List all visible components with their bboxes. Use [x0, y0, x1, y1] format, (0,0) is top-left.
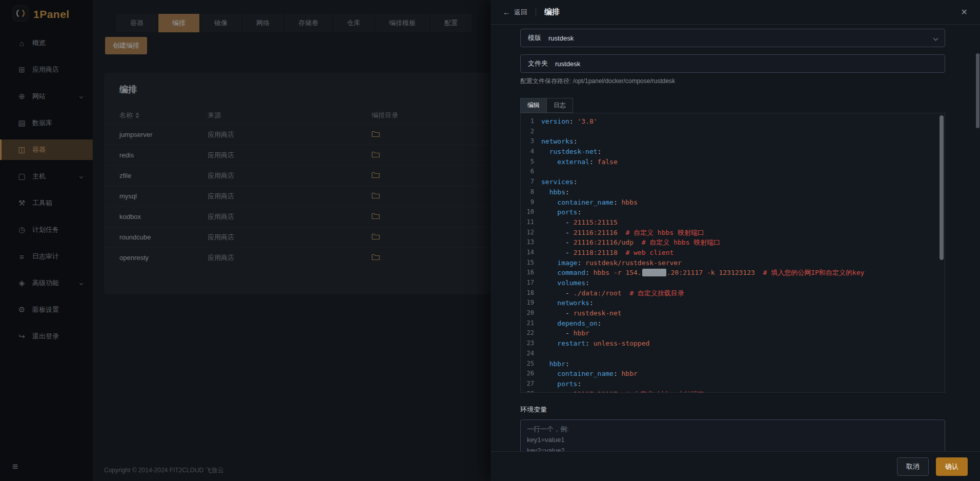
code-line: 1version: '3.8' — [521, 116, 945, 127]
drawer-scrollbar[interactable] — [976, 25, 979, 451]
line-content: hbbs: — [534, 187, 569, 197]
editor-scrollbar[interactable] — [940, 114, 944, 391]
code-token — [755, 269, 763, 276]
code-token: hbbs -r 154. — [594, 269, 642, 276]
code-token: hbbr — [622, 370, 638, 377]
code-token: : — [577, 380, 581, 388]
code-token: : — [565, 188, 569, 196]
code-token — [634, 238, 642, 246]
code-token: - — [541, 238, 574, 246]
close-icon[interactable]: ✕ — [961, 7, 968, 17]
back-button[interactable]: ← 返回 — [503, 8, 527, 17]
line-number: 3 — [521, 136, 534, 147]
line-content: external: false — [534, 157, 618, 167]
line-content: rustdesk-net: — [534, 147, 601, 157]
code-token — [618, 229, 626, 236]
line-content: container_name: hbbs — [534, 197, 638, 208]
code-line: 2 — [521, 127, 945, 137]
code-token: version — [541, 117, 569, 125]
drawer-footer: 取消 确认 — [491, 451, 980, 481]
code-line: 6 — [521, 167, 945, 177]
code-token: : — [565, 360, 569, 368]
code-token — [541, 198, 557, 206]
line-number: 27 — [521, 379, 534, 389]
code-token: external — [557, 158, 589, 166]
drawer-header: ← 返回 编排 ✕ — [491, 0, 980, 25]
code-token — [541, 259, 557, 267]
code-token: command — [557, 269, 585, 276]
line-number: 13 — [521, 237, 534, 248]
code-token: false — [598, 158, 618, 166]
code-token — [618, 390, 626, 393]
code-token: : — [589, 299, 594, 307]
line-number: 28 — [521, 389, 534, 393]
code-line: 11 - 21115:21115 — [521, 217, 945, 228]
code-token: # 自定义挂载目录 — [629, 289, 684, 297]
line-number: 22 — [521, 328, 534, 338]
line-content — [534, 167, 541, 177]
editor-scrollbar-thumb[interactable] — [940, 115, 944, 260]
code-line: 27 ports: — [521, 379, 945, 389]
redacted-ip: **.*** — [642, 269, 666, 276]
code-token: # web client — [625, 249, 673, 256]
line-content: container_name: hbbr — [534, 369, 638, 379]
code-token: : — [574, 178, 578, 186]
yaml-editor[interactable]: 1version: '3.8'23networks:4 rustdesk-net… — [520, 113, 945, 393]
line-content: - hbbr — [534, 328, 589, 338]
code-token: unless-stopped — [594, 339, 650, 347]
confirm-button[interactable]: 确认 — [936, 457, 968, 476]
line-number: 5 — [521, 157, 534, 167]
code-token: : — [585, 269, 594, 276]
code-line: 28 - 21117:21117 # 自定义 hbbr 中转端口 — [521, 389, 945, 393]
line-number: 15 — [521, 258, 534, 268]
code-line: 9 container_name: hbbs — [521, 197, 945, 208]
line-number: 4 — [521, 147, 534, 157]
code-token: hbbr — [549, 360, 565, 368]
env-placeholder-line: key2=value2 — [527, 445, 938, 451]
template-select[interactable]: 模版 rustdesk — [520, 29, 945, 47]
drawer-title: 编排 — [544, 7, 560, 17]
env-textarea[interactable]: 一行一个，例:key1=value1key2=value2 — [520, 419, 945, 451]
code-token: 21115:21115 — [574, 218, 618, 226]
line-content: networks: — [534, 136, 577, 147]
chevron-down-icon — [933, 35, 938, 41]
code-token: ports — [557, 208, 577, 216]
line-content: services: — [534, 177, 577, 187]
line-number: 8 — [521, 187, 534, 197]
folder-label: 文件夹 — [528, 59, 548, 68]
code-line: 19 networks: — [521, 298, 945, 308]
editor-tab-log[interactable]: 日志 — [546, 98, 573, 113]
env-placeholder-line: key1=value1 — [527, 434, 938, 445]
line-number: 19 — [521, 298, 534, 308]
line-number: 18 — [521, 288, 534, 298]
line-number: 25 — [521, 359, 534, 369]
header-divider — [536, 8, 536, 16]
code-line: 18 - ./data:/root # 自定义挂载目录 — [521, 288, 945, 298]
line-content: - 21116:21116/udp # 自定义 hbbs 映射端口 — [534, 237, 720, 248]
line-number: 26 — [521, 369, 534, 379]
code-line: 8 hbbs: — [521, 187, 945, 197]
code-token: restart — [557, 339, 585, 347]
code-token: image — [557, 259, 577, 267]
code-line: 21 depends_on: — [521, 318, 945, 329]
code-line: 17 volumes: — [521, 278, 945, 288]
cancel-button[interactable]: 取消 — [897, 457, 929, 476]
line-content: - 21117:21117 # 自定义 hbbr 中转端口 — [534, 389, 704, 393]
line-number: 16 — [521, 268, 534, 278]
code-token: 21117:21117 — [574, 390, 618, 393]
code-line: 3networks: — [521, 136, 945, 147]
line-content: - rustdesk-net — [534, 308, 622, 318]
line-content: ports: — [534, 379, 581, 389]
arrow-left-icon: ← — [503, 8, 511, 16]
drawer-scrollbar-thumb[interactable] — [976, 53, 979, 128]
line-number: 10 — [521, 207, 534, 217]
code-token: 21116:21116/udp — [574, 238, 634, 246]
line-content: volumes: — [534, 278, 589, 288]
editor-tab-edit[interactable]: 编辑 — [520, 98, 547, 113]
code-token: : — [585, 339, 594, 347]
line-number: 24 — [521, 349, 534, 359]
folder-input[interactable]: 文件夹 rustdesk — [520, 54, 945, 73]
code-line: 13 - 21116:21116/udp # 自定义 hbbs 映射端口 — [521, 237, 945, 248]
line-content: command: hbbs -r 154.**.***.20:21117 -k … — [534, 268, 864, 278]
template-value: rustdesk — [548, 34, 574, 42]
